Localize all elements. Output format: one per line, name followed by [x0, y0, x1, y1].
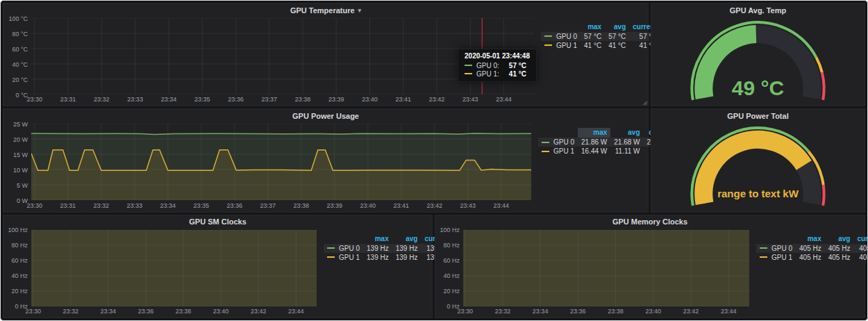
tooltip-row: GPU 0: 57 °C — [465, 62, 530, 69]
legend-header-max[interactable]: max — [581, 22, 605, 32]
y-tick-label: 0 °C — [15, 92, 28, 99]
x-tick-label: 23:38 — [294, 202, 310, 209]
legend-series-gpu-0[interactable]: GPU 0 — [541, 32, 581, 41]
legend-series-gpu-1[interactable]: GPU 1 — [538, 147, 578, 156]
legend-header-current[interactable]: current — [853, 234, 868, 244]
plot-area[interactable] — [31, 230, 317, 306]
legend-series-gpu-1[interactable]: GPU 1 — [756, 253, 796, 262]
x-tick-label: 23:36 — [138, 308, 154, 315]
gpu_memory_clocks-plot-svg[interactable] — [463, 230, 749, 306]
panel-gpu-memory-clocks: GPU Memory Clocks 0 Hz20 Hz40 Hz60 Hz80 … — [435, 215, 865, 318]
legend-series-gpu-0[interactable]: GPU 0 — [324, 244, 363, 253]
legend-header-avg[interactable]: avg — [392, 234, 422, 244]
panel-title-gpu-sm-clocks[interactable]: GPU SM Clocks — [3, 215, 432, 229]
x-tick-label: 23:41 — [394, 202, 410, 209]
legend-header-avg[interactable]: avg — [610, 128, 643, 138]
legend-header-avg[interactable]: avg — [825, 234, 854, 244]
plot-area[interactable]: 2020-05-01 23:44:48 GPU 0: 57 °C GPU 1: — [31, 18, 534, 94]
y-tick-label: 60 °C — [12, 46, 28, 53]
y-tick-label: 25 W — [13, 121, 28, 128]
x-tick-label: 23:37 — [260, 202, 276, 209]
legend-series-gpu-1[interactable]: GPU 1 — [541, 41, 581, 50]
legend-row: GPU 1405 Hz405 Hz405 Hz — [756, 253, 868, 262]
gpu_power_total-gauge-svg: range to text kW — [654, 124, 862, 208]
legend-name-header — [538, 128, 578, 138]
tooltip-label: GPU 0: — [476, 62, 499, 69]
tooltip-value: 57 °C — [509, 62, 526, 69]
legend-stat: 16.44 W — [578, 147, 610, 156]
legend-row: GPU 0405 Hz405 Hz405 Hz — [756, 244, 868, 253]
dashboard-row-3: GPU SM Clocks 0 Hz20 Hz40 Hz60 Hz80 Hz10… — [3, 215, 865, 318]
legend-header-max[interactable]: max — [363, 234, 392, 244]
legend-stat: 41 °C — [581, 41, 605, 50]
x-tick-label: 23:31 — [60, 202, 76, 209]
panel-title-gpu-power-usage[interactable]: GPU Power Usage — [3, 109, 648, 122]
svg-text:range to text kW: range to text kW — [717, 188, 799, 200]
plot-area[interactable] — [463, 230, 749, 306]
legend-stat: 21.68 W — [610, 138, 643, 147]
panel-resize-handle[interactable] — [642, 100, 647, 105]
gpu-memory-clocks-chart: 0 Hz20 Hz40 Hz60 Hz80 Hz100 Hz 23:3023:3… — [438, 230, 749, 315]
legend-header-avg[interactable]: avg — [605, 22, 629, 32]
panel-title-text: GPU SM Clocks — [189, 217, 247, 226]
series-dash-icon — [760, 256, 767, 258]
panel-title-gpu-avg-temp[interactable]: GPU Avg. Temp — [651, 3, 865, 17]
legend-name-header — [756, 234, 796, 244]
gpu_power_usage-plot-svg[interactable] — [31, 124, 531, 200]
tooltip-label: GPU 1: — [476, 70, 499, 78]
y-tick-label: 100 °C — [8, 15, 28, 22]
legend-stat: 405 Hz — [796, 253, 825, 262]
legend-stat: 405 Hz — [796, 244, 825, 253]
x-tick-label: 23:33 — [127, 202, 143, 209]
x-tick-label: 23:35 — [194, 96, 210, 103]
x-tick-label: 23:34 — [161, 96, 177, 103]
x-tick-label: 23:33 — [127, 96, 143, 103]
gpu_avg_temp-gauge-svg: 49 °C — [654, 18, 862, 103]
y-axis: 0 °C20 °C40 °C60 °C80 °C100 °C — [6, 18, 31, 94]
panel-gpu-power-usage: GPU Power Usage 0 W5 W10 W15 W20 W25 W 2… — [3, 108, 649, 212]
legend-row: GPU 141 °C41 °C41 °C — [541, 41, 660, 50]
legend-header-max[interactable]: max — [796, 234, 825, 244]
panel-title-text: GPU Power Usage — [292, 112, 359, 120]
x-tick-label: 23:41 — [395, 96, 411, 103]
gpu_sm_clocks-plot-svg[interactable] — [31, 230, 317, 306]
legend-stat: 405 Hz — [853, 244, 868, 253]
legend-series-gpu-0[interactable]: GPU 0 — [538, 138, 578, 147]
x-tick-label: 23:36 — [570, 308, 586, 315]
panel-title-gpu-temperature[interactable]: GPU Temperature ▾ — [3, 3, 648, 17]
panel-gpu-power-total: GPU Power Total range to text kW — [651, 108, 865, 212]
plot-area[interactable] — [31, 124, 531, 200]
panel-body: 49 °C — [651, 17, 865, 106]
legend-name-header — [541, 22, 581, 32]
legend-series-gpu-0[interactable]: GPU 0 — [756, 244, 796, 253]
legend-stat: 139 Hz — [363, 253, 392, 262]
series-dash-icon — [760, 247, 767, 249]
legend-gpu-sm-clocks: maxavgcurrentGPU 0139 Hz139 Hz139 HzGPU … — [317, 230, 428, 315]
y-axis: 0 Hz20 Hz40 Hz60 Hz80 Hz100 Hz — [438, 230, 463, 306]
x-tick-label: 23:36 — [227, 202, 243, 209]
panel-title-gpu-power-total[interactable]: GPU Power Total — [651, 109, 865, 122]
y-axis: 0 W5 W10 W15 W20 W25 W — [6, 124, 31, 200]
legend-stat: 405 Hz — [825, 253, 854, 262]
panel-title-gpu-memory-clocks[interactable]: GPU Memory Clocks — [435, 215, 865, 229]
x-tick-label: 23:39 — [327, 202, 343, 209]
series-dash-icon — [542, 151, 549, 152]
y-tick-label: 40 Hz — [11, 272, 28, 279]
x-tick-label: 23:42 — [683, 308, 699, 315]
dashboard: GPU Temperature ▾ 0 °C20 °C40 °C60 °C80 … — [0, 0, 868, 321]
legend-stat: 57 °C — [581, 32, 605, 41]
legend-header-max[interactable]: max — [578, 128, 610, 138]
legend-series-gpu-1[interactable]: GPU 1 — [324, 253, 363, 262]
legend-gpu-temperature: maxavgcurrentGPU 057 °C57 °C57 °CGPU 141… — [534, 18, 644, 104]
panel-gpu-sm-clocks: GPU SM Clocks 0 Hz20 Hz40 Hz60 Hz80 Hz10… — [3, 215, 433, 318]
y-tick-label: 20 Hz — [443, 288, 460, 295]
legend-stat: 57 °C — [605, 32, 629, 41]
dashboard-row-1: GPU Temperature ▾ 0 °C20 °C40 °C60 °C80 … — [3, 3, 865, 106]
x-tick-label: 23:32 — [63, 308, 79, 315]
x-axis: 23:3023:3123:3223:3323:3423:3523:3623:37… — [31, 201, 531, 210]
x-tick-label: 23:43 — [462, 96, 478, 103]
y-tick-label: 100 Hz — [440, 227, 460, 233]
x-tick-label: 23:35 — [194, 202, 210, 209]
y-tick-label: 60 Hz — [11, 257, 28, 264]
panel-title-text: GPU Avg. Temp — [730, 6, 787, 15]
